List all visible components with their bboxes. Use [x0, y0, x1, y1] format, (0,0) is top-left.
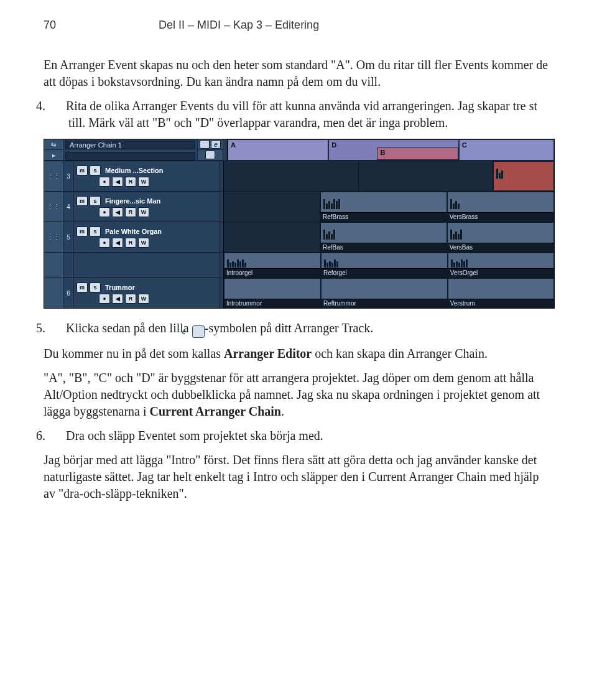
track-header[interactable]: m s Fingere...sic Man ● ◀ R W	[74, 192, 220, 222]
solo-button[interactable]: s	[90, 196, 101, 206]
track-handle-icon[interactable]	[44, 278, 63, 308]
track-name: Medium ...Section	[103, 167, 164, 174]
divider	[220, 278, 224, 308]
track-lane[interactable]: Introtrummor Reftrummor Verstrum	[224, 278, 554, 308]
clip-label: RefBas	[321, 243, 447, 251]
monitor-button[interactable]: ◀	[112, 207, 123, 217]
step-5-text-b: -symbolen på ditt Arranger Track.	[205, 321, 374, 335]
monitor-button[interactable]: ◀	[112, 238, 123, 248]
running-header: 70 Del II – MIDI – Kap 3 – Editering	[44, 19, 553, 32]
arranger-event-c[interactable]: C	[459, 139, 554, 161]
midi-clip-introorgel[interactable]: Introorgel	[224, 253, 321, 278]
track-row-3: ⋮⋮ 3 m s Medium ...Section ● ◀ R W	[44, 161, 554, 191]
track-number: 4	[63, 192, 74, 222]
clip-label: Reftrummor	[322, 299, 447, 307]
step-4: 4.Rita de olika Arranger Events du vill …	[44, 98, 553, 131]
midi-clip-introtrummor[interactable]: Introtrummor	[224, 278, 321, 308]
record-button[interactable]: ●	[99, 238, 110, 248]
divider	[223, 139, 228, 161]
track-header[interactable]: m s Pale White Organ ● ◀ R W	[74, 222, 220, 252]
track-number: 5	[63, 222, 74, 252]
arranger-chain-fields: Arranger Chain 1 -	[63, 139, 198, 161]
midi-clip-reforgel[interactable]: Reforgel	[321, 253, 448, 278]
track-handle-icon[interactable]	[44, 253, 63, 278]
read-button[interactable]: R	[125, 294, 136, 304]
track-handle-icon[interactable]: ⋮⋮	[44, 222, 63, 252]
track-header[interactable]: m s Trummor ● ◀ R W	[74, 278, 220, 308]
divider	[220, 253, 224, 278]
solo-button[interactable]: s	[90, 226, 101, 236]
track-handle-icon[interactable]: ⋮⋮	[44, 161, 63, 191]
track-name: Trummor	[103, 284, 135, 291]
midi-clip-reftrummor[interactable]: Reftrummor	[321, 278, 448, 308]
mute-button[interactable]: m	[76, 166, 88, 175]
arranger-chain-sub-field[interactable]: -	[65, 152, 195, 161]
divider	[220, 161, 224, 191]
clip-label: Reforgel	[322, 268, 447, 277]
arranger-expand-icon[interactable]: ⇆	[44, 139, 63, 150]
clip-label: VersOrgel	[448, 268, 553, 277]
arranger-prev-button[interactable]	[200, 140, 210, 149]
midi-clip-versorgel[interactable]: VersOrgel	[448, 253, 554, 278]
monitor-button[interactable]: ◀	[112, 177, 123, 187]
step-number: 5.	[52, 320, 66, 337]
track-handle-icon[interactable]: ⋮⋮	[44, 192, 63, 222]
midi-clip-versbrass[interactable]: VersBrass	[447, 192, 554, 222]
write-button[interactable]: W	[138, 294, 149, 304]
read-button[interactable]: R	[125, 177, 136, 187]
bold-term: Arranger Editor	[224, 347, 312, 360]
midi-clip-refbas[interactable]: RefBas	[320, 222, 447, 252]
monitor-button[interactable]: ◀	[112, 294, 123, 304]
record-button[interactable]: ●	[99, 294, 110, 304]
track-lane[interactable]: Introorgel Reforgel VersOrgel	[224, 253, 554, 278]
arranger-add-icon[interactable]: ▸	[44, 150, 63, 161]
write-button[interactable]: W	[138, 238, 149, 248]
divider	[220, 222, 224, 252]
solo-button[interactable]: s	[90, 166, 101, 175]
mute-button[interactable]: m	[76, 282, 88, 292]
midi-clip-versbas[interactable]: VersBas	[447, 222, 554, 252]
paragraph-arranger-editor: Du kommer nu in på det som kallas Arrang…	[44, 345, 553, 362]
midi-clip-verstrum[interactable]: Verstrum	[448, 278, 554, 308]
track-number	[63, 253, 74, 278]
track-lane[interactable]: RefBas VersBas	[224, 222, 554, 252]
track-lane[interactable]	[224, 161, 554, 191]
track-header[interactable]: m s Medium ...Section ● ◀ R W	[74, 161, 220, 191]
arranger-events-lane[interactable]: A D B C	[228, 139, 554, 161]
record-button[interactable]: ●	[99, 207, 110, 217]
step-number: 4.	[52, 98, 66, 114]
solo-button[interactable]: s	[90, 282, 101, 292]
track-header	[74, 253, 220, 278]
write-button[interactable]: W	[138, 207, 149, 217]
step-5: 5.Klicka sedan på den lilla e-symbolen p…	[44, 320, 553, 338]
clip-label: Introtrummor	[224, 299, 320, 307]
arranger-event-a[interactable]: A	[228, 139, 328, 161]
read-button[interactable]: R	[125, 238, 136, 248]
mute-button[interactable]: m	[76, 226, 88, 236]
e-icon: e	[192, 325, 205, 338]
step-5-text-a: Klicka sedan på den lilla	[66, 321, 192, 335]
track-row-organ-sub: Introorgel Reforgel VersOrgel	[44, 252, 554, 278]
arranger-note-button[interactable]: ♪	[205, 151, 215, 159]
read-button[interactable]: R	[125, 207, 136, 217]
clip-label: VersBrass	[448, 212, 553, 221]
paragraph-building-blocks: "A", "B", "C" och "D" är byggstenar för …	[44, 370, 553, 420]
arranger-chain-name-field[interactable]: Arranger Chain 1	[65, 141, 195, 149]
arranger-e-button[interactable]: e	[211, 140, 221, 149]
arranger-event-d[interactable]: D B	[328, 139, 459, 161]
write-button[interactable]: W	[138, 177, 149, 187]
step-number: 6.	[52, 427, 66, 444]
midi-clip[interactable]	[493, 161, 554, 191]
midi-clip-refbrass[interactable]: RefBrass	[320, 192, 447, 222]
paragraph-intro-drop: Jag börjar med att lägga "Intro" först. …	[44, 452, 553, 502]
record-button[interactable]: ●	[99, 177, 110, 187]
track-lane[interactable]: RefBrass VersBrass	[224, 192, 554, 222]
track-name: Pale White Organ	[103, 228, 162, 235]
paragraph-intro: En Arranger Event skapas nu och den hete…	[44, 57, 553, 90]
track-row-5: ⋮⋮ 5 m s Pale White Organ ● ◀ R W	[44, 222, 554, 252]
arranger-event-b[interactable]: B	[377, 147, 458, 160]
mute-button[interactable]: m	[76, 196, 88, 206]
step-6-text: Dra och släpp Eventet som projektet ska …	[66, 429, 323, 442]
daw-screenshot: ⇆ ▸ Arranger Chain 1 - e ♪ A D	[44, 139, 555, 309]
track-row-4: ⋮⋮ 4 m s Fingere...sic Man ● ◀ R W	[44, 191, 554, 222]
